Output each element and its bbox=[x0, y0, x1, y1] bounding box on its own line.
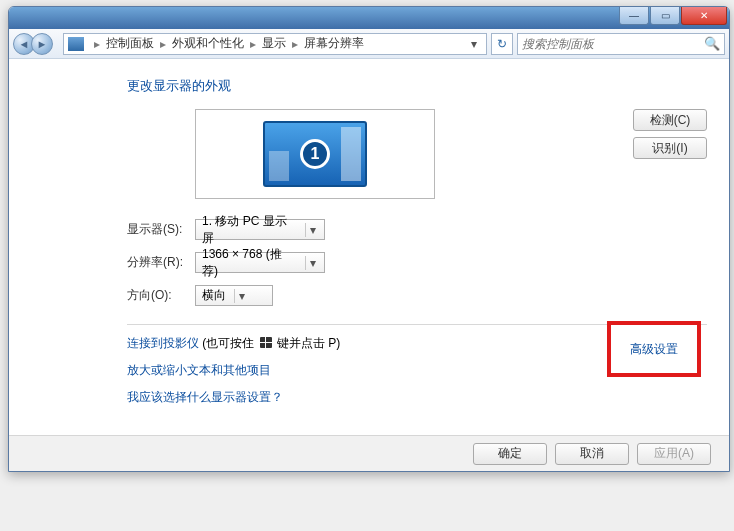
content-area: 更改显示器的外观 1 检测(C) 识别(I) 显示器(S): 1. 移动 PC … bbox=[9, 59, 729, 435]
advanced-settings-link[interactable]: 高级设置 bbox=[630, 341, 678, 358]
display-row: 显示器(S): 1. 移动 PC 显示屏 ▾ bbox=[127, 219, 707, 240]
connect-projector-link[interactable]: 连接到投影仪 bbox=[127, 336, 199, 350]
refresh-button[interactable]: ↻ bbox=[491, 33, 513, 55]
which-display-link[interactable]: 我应该选择什么显示器设置？ bbox=[127, 390, 283, 404]
chevron-right-icon[interactable]: ▸ bbox=[156, 37, 170, 51]
resolution-value: 1366 × 768 (推荐) bbox=[202, 246, 297, 280]
projector-hint: 键并点击 P) bbox=[277, 336, 340, 350]
detect-button[interactable]: 检测(C) bbox=[633, 109, 707, 131]
orientation-row: 方向(O): 横向 ▾ bbox=[127, 285, 707, 306]
windows-key-icon bbox=[260, 337, 272, 348]
apply-button: 应用(A) bbox=[637, 443, 711, 465]
window: — ▭ ✕ ◄ ► ▸ 控制面板 ▸ 外观和个性化 ▸ 显示 ▸ 屏幕分辨率 ▾… bbox=[8, 6, 730, 472]
orientation-combo[interactable]: 横向 ▾ bbox=[195, 285, 273, 306]
display-label: 显示器(S): bbox=[127, 221, 195, 238]
address-bar[interactable]: ▸ 控制面板 ▸ 外观和个性化 ▸ 显示 ▸ 屏幕分辨率 ▾ bbox=[63, 33, 487, 55]
monitor-number-badge: 1 bbox=[300, 139, 330, 169]
chevron-down-icon: ▾ bbox=[305, 223, 320, 237]
breadcrumb-item[interactable]: 显示 bbox=[260, 35, 288, 52]
breadcrumb-item[interactable]: 屏幕分辨率 bbox=[302, 35, 366, 52]
monitor-thumbnail[interactable]: 1 bbox=[263, 121, 367, 187]
resolution-row: 分辨率(R): 1366 × 768 (推荐) ▾ bbox=[127, 252, 707, 273]
preview-side-buttons: 检测(C) 识别(I) bbox=[633, 109, 707, 159]
chevron-down-icon: ▾ bbox=[305, 256, 320, 270]
display-preview[interactable]: 1 bbox=[195, 109, 435, 199]
nav-buttons: ◄ ► bbox=[13, 31, 63, 57]
display-combo[interactable]: 1. 移动 PC 显示屏 ▾ bbox=[195, 219, 325, 240]
chevron-down-icon: ▾ bbox=[234, 289, 249, 303]
chevron-right-icon[interactable]: ▸ bbox=[246, 37, 260, 51]
maximize-button[interactable]: ▭ bbox=[650, 7, 680, 25]
control-panel-icon bbox=[68, 37, 84, 51]
breadcrumb-item[interactable]: 控制面板 bbox=[104, 35, 156, 52]
ok-button[interactable]: 确定 bbox=[473, 443, 547, 465]
orientation-label: 方向(O): bbox=[127, 287, 195, 304]
search-icon[interactable]: 🔍 bbox=[704, 36, 720, 51]
resolution-label: 分辨率(R): bbox=[127, 254, 195, 271]
footer: 确定 取消 应用(A) bbox=[9, 435, 729, 471]
text-size-link[interactable]: 放大或缩小文本和其他项目 bbox=[127, 363, 271, 377]
address-dropdown[interactable]: ▾ bbox=[466, 37, 482, 51]
search-input[interactable] bbox=[522, 37, 704, 51]
chevron-right-icon[interactable]: ▸ bbox=[288, 37, 302, 51]
forward-button[interactable]: ► bbox=[31, 33, 53, 55]
close-button[interactable]: ✕ bbox=[681, 7, 727, 25]
page-title: 更改显示器的外观 bbox=[127, 77, 707, 95]
identify-button[interactable]: 识别(I) bbox=[633, 137, 707, 159]
orientation-value: 横向 bbox=[202, 287, 226, 304]
titlebar[interactable]: — ▭ ✕ bbox=[9, 7, 729, 29]
display-value: 1. 移动 PC 显示屏 bbox=[202, 213, 297, 247]
chevron-right-icon[interactable]: ▸ bbox=[90, 37, 104, 51]
advanced-settings-highlight: 高级设置 bbox=[607, 321, 701, 377]
monitor-decoration bbox=[341, 127, 361, 181]
cancel-button[interactable]: 取消 bbox=[555, 443, 629, 465]
navbar: ◄ ► ▸ 控制面板 ▸ 外观和个性化 ▸ 显示 ▸ 屏幕分辨率 ▾ ↻ 🔍 bbox=[9, 29, 729, 59]
minimize-button[interactable]: — bbox=[619, 7, 649, 25]
resolution-combo[interactable]: 1366 × 768 (推荐) ▾ bbox=[195, 252, 325, 273]
search-box[interactable]: 🔍 bbox=[517, 33, 725, 55]
window-controls: — ▭ ✕ bbox=[618, 7, 727, 25]
display-preview-row: 1 检测(C) 识别(I) bbox=[127, 109, 707, 199]
breadcrumb-item[interactable]: 外观和个性化 bbox=[170, 35, 246, 52]
monitor-decoration bbox=[269, 151, 289, 181]
projector-hint: (也可按住 bbox=[202, 336, 257, 350]
breadcrumb: ▸ 控制面板 ▸ 外观和个性化 ▸ 显示 ▸ 屏幕分辨率 bbox=[90, 35, 366, 52]
